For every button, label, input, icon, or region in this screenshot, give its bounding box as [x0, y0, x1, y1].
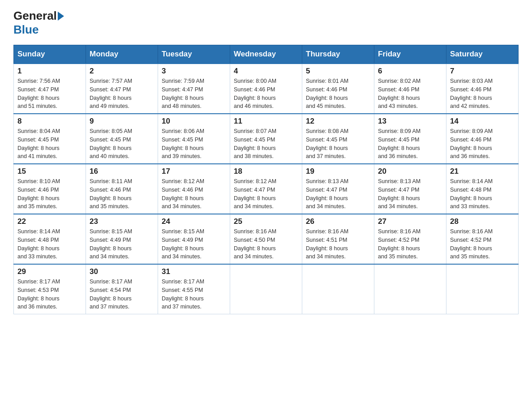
- day-info: Sunrise: 8:13 AMSunset: 4:47 PMDaylight:…: [378, 177, 442, 211]
- day-info: Sunrise: 8:02 AMSunset: 4:46 PMDaylight:…: [378, 77, 442, 111]
- day-number: 2: [90, 67, 154, 76]
- day-number: 24: [162, 217, 226, 226]
- day-number: 15: [17, 167, 82, 176]
- day-number: 30: [90, 267, 154, 276]
- day-number: 17: [162, 167, 226, 176]
- col-header-sunday: Sunday: [14, 45, 86, 64]
- day-number: 14: [450, 117, 515, 126]
- day-info: Sunrise: 8:17 AMSunset: 4:53 PMDaylight:…: [17, 278, 82, 311]
- calendar-cell: 29Sunrise: 8:17 AMSunset: 4:53 PMDayligh…: [14, 264, 86, 314]
- col-header-saturday: Saturday: [446, 45, 519, 64]
- logo-general-text: General: [13, 9, 57, 23]
- calendar-cell: 7Sunrise: 8:03 AMSunset: 4:46 PMDaylight…: [446, 64, 519, 114]
- day-info: Sunrise: 8:06 AMSunset: 4:45 PMDaylight:…: [162, 127, 226, 161]
- day-info: Sunrise: 8:08 AMSunset: 4:45 PMDaylight:…: [306, 127, 370, 161]
- day-info: Sunrise: 8:17 AMSunset: 4:54 PMDaylight:…: [90, 278, 154, 311]
- calendar-cell: 22Sunrise: 8:14 AMSunset: 4:48 PMDayligh…: [14, 214, 86, 264]
- day-info: Sunrise: 8:16 AMSunset: 4:52 PMDaylight:…: [378, 227, 442, 261]
- calendar-cell: 11Sunrise: 8:07 AMSunset: 4:45 PMDayligh…: [230, 114, 302, 164]
- day-number: 29: [17, 267, 82, 276]
- calendar-cell: 9Sunrise: 8:05 AMSunset: 4:45 PMDaylight…: [86, 114, 158, 164]
- day-number: 31: [162, 267, 226, 276]
- week-row-2: 8Sunrise: 8:04 AMSunset: 4:45 PMDaylight…: [14, 114, 519, 164]
- day-number: 22: [17, 217, 82, 226]
- calendar-cell: 4Sunrise: 8:00 AMSunset: 4:46 PMDaylight…: [230, 64, 302, 114]
- day-number: 11: [234, 117, 298, 126]
- logo-blue-text: Blue: [13, 23, 39, 36]
- week-row-5: 29Sunrise: 8:17 AMSunset: 4:53 PMDayligh…: [14, 264, 519, 314]
- calendar-header-row: SundayMondayTuesdayWednesdayThursdayFrid…: [14, 45, 519, 64]
- day-info: Sunrise: 8:09 AMSunset: 4:46 PMDaylight:…: [450, 127, 515, 161]
- calendar-cell: [302, 264, 374, 314]
- day-number: 26: [306, 217, 370, 226]
- day-number: 12: [306, 117, 370, 126]
- day-info: Sunrise: 8:14 AMSunset: 4:48 PMDaylight:…: [450, 177, 515, 211]
- day-info: Sunrise: 8:05 AMSunset: 4:45 PMDaylight:…: [90, 127, 154, 161]
- day-number: 18: [234, 167, 298, 176]
- calendar-cell: 26Sunrise: 8:16 AMSunset: 4:51 PMDayligh…: [302, 214, 374, 264]
- calendar-cell: 23Sunrise: 8:15 AMSunset: 4:49 PMDayligh…: [86, 214, 158, 264]
- day-info: Sunrise: 8:16 AMSunset: 4:52 PMDaylight:…: [450, 227, 515, 261]
- day-info: Sunrise: 8:14 AMSunset: 4:48 PMDaylight:…: [17, 227, 82, 261]
- day-info: Sunrise: 8:15 AMSunset: 4:49 PMDaylight:…: [162, 227, 226, 261]
- day-info: Sunrise: 8:03 AMSunset: 4:46 PMDaylight:…: [450, 77, 515, 111]
- day-info: Sunrise: 8:01 AMSunset: 4:46 PMDaylight:…: [306, 77, 370, 111]
- calendar-cell: 31Sunrise: 8:17 AMSunset: 4:55 PMDayligh…: [158, 264, 230, 314]
- day-number: 19: [306, 167, 370, 176]
- day-number: 6: [378, 67, 442, 76]
- calendar-cell: 18Sunrise: 8:12 AMSunset: 4:47 PMDayligh…: [230, 164, 302, 214]
- calendar-cell: 19Sunrise: 8:13 AMSunset: 4:47 PMDayligh…: [302, 164, 374, 214]
- calendar-cell: 21Sunrise: 8:14 AMSunset: 4:48 PMDayligh…: [446, 164, 519, 214]
- calendar-cell: 2Sunrise: 7:57 AMSunset: 4:47 PMDaylight…: [86, 64, 158, 114]
- calendar-cell: 24Sunrise: 8:15 AMSunset: 4:49 PMDayligh…: [158, 214, 230, 264]
- calendar-cell: 12Sunrise: 8:08 AMSunset: 4:45 PMDayligh…: [302, 114, 374, 164]
- day-info: Sunrise: 8:16 AMSunset: 4:51 PMDaylight:…: [306, 227, 370, 261]
- col-header-tuesday: Tuesday: [158, 45, 230, 64]
- calendar-cell: 20Sunrise: 8:13 AMSunset: 4:47 PMDayligh…: [374, 164, 446, 214]
- calendar-table: SundayMondayTuesdayWednesdayThursdayFrid…: [13, 45, 519, 314]
- day-info: Sunrise: 8:15 AMSunset: 4:49 PMDaylight:…: [90, 227, 154, 261]
- calendar-cell: 1Sunrise: 7:56 AMSunset: 4:47 PMDaylight…: [14, 64, 86, 114]
- day-number: 28: [450, 217, 515, 226]
- col-header-thursday: Thursday: [302, 45, 374, 64]
- day-info: Sunrise: 8:13 AMSunset: 4:47 PMDaylight:…: [306, 177, 370, 211]
- day-number: 3: [162, 67, 226, 76]
- calendar-cell: 3Sunrise: 7:59 AMSunset: 4:47 PMDaylight…: [158, 64, 230, 114]
- calendar-cell: 25Sunrise: 8:16 AMSunset: 4:50 PMDayligh…: [230, 214, 302, 264]
- calendar-cell: [230, 264, 302, 314]
- col-header-friday: Friday: [374, 45, 446, 64]
- calendar-cell: 30Sunrise: 8:17 AMSunset: 4:54 PMDayligh…: [86, 264, 158, 314]
- calendar-cell: 14Sunrise: 8:09 AMSunset: 4:46 PMDayligh…: [446, 114, 519, 164]
- day-number: 7: [450, 67, 515, 76]
- day-number: 5: [306, 67, 370, 76]
- calendar-cell: 13Sunrise: 8:09 AMSunset: 4:45 PMDayligh…: [374, 114, 446, 164]
- calendar-cell: 15Sunrise: 8:10 AMSunset: 4:46 PMDayligh…: [14, 164, 86, 214]
- day-info: Sunrise: 8:04 AMSunset: 4:45 PMDaylight:…: [17, 127, 82, 161]
- day-number: 23: [90, 217, 154, 226]
- day-info: Sunrise: 7:56 AMSunset: 4:47 PMDaylight:…: [17, 77, 82, 111]
- calendar-cell: 5Sunrise: 8:01 AMSunset: 4:46 PMDaylight…: [302, 64, 374, 114]
- logo-arrow-icon: [58, 12, 64, 21]
- day-number: 16: [90, 167, 154, 176]
- calendar-cell: 6Sunrise: 8:02 AMSunset: 4:46 PMDaylight…: [374, 64, 446, 114]
- day-number: 10: [162, 117, 226, 126]
- day-number: 1: [17, 67, 82, 76]
- day-info: Sunrise: 8:16 AMSunset: 4:50 PMDaylight:…: [234, 227, 298, 261]
- day-number: 21: [450, 167, 515, 176]
- day-info: Sunrise: 7:57 AMSunset: 4:47 PMDaylight:…: [90, 77, 154, 111]
- day-info: Sunrise: 8:09 AMSunset: 4:45 PMDaylight:…: [378, 127, 442, 161]
- week-row-1: 1Sunrise: 7:56 AMSunset: 4:47 PMDaylight…: [14, 64, 519, 114]
- day-info: Sunrise: 8:07 AMSunset: 4:45 PMDaylight:…: [234, 127, 298, 161]
- day-info: Sunrise: 8:11 AMSunset: 4:46 PMDaylight:…: [90, 177, 154, 211]
- calendar-cell: 8Sunrise: 8:04 AMSunset: 4:45 PMDaylight…: [14, 114, 86, 164]
- day-info: Sunrise: 8:10 AMSunset: 4:46 PMDaylight:…: [17, 177, 82, 211]
- day-number: 4: [234, 67, 298, 76]
- calendar-cell: 17Sunrise: 8:12 AMSunset: 4:46 PMDayligh…: [158, 164, 230, 214]
- calendar-cell: 28Sunrise: 8:16 AMSunset: 4:52 PMDayligh…: [446, 214, 519, 264]
- day-number: 8: [17, 117, 82, 126]
- day-number: 13: [378, 117, 442, 126]
- week-row-4: 22Sunrise: 8:14 AMSunset: 4:48 PMDayligh…: [14, 214, 519, 264]
- calendar-cell: [446, 264, 519, 314]
- logo: General Blue: [13, 9, 64, 37]
- day-info: Sunrise: 8:12 AMSunset: 4:47 PMDaylight:…: [234, 177, 298, 211]
